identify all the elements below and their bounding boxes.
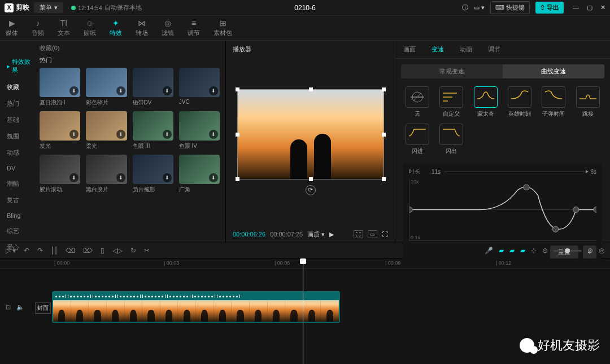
timeline[interactable]: | 00:00| 00:03| 00:06| 00:09| 00:12 ⊡ 🔈 …	[0, 258, 610, 364]
resize-handle[interactable]	[382, 177, 386, 181]
player-viewport[interactable]: ⟳	[226, 58, 395, 226]
snapshot-icon[interactable]: ⛶	[354, 230, 363, 238]
magnet-main-icon[interactable]: ▰	[499, 247, 504, 255]
curve-preset[interactable]: 闪出	[437, 124, 465, 155]
effect-item[interactable]: ⬇鱼眼 IV	[179, 111, 220, 150]
effect-item[interactable]: ⬇彩色碎片	[86, 68, 127, 107]
rotate-icon[interactable]: ⟳	[306, 185, 316, 195]
fx-category[interactable]: 热门	[0, 95, 40, 112]
effect-item[interactable]: ⬇胶片滚动	[40, 155, 80, 194]
ratio-icon[interactable]: ▭	[368, 230, 377, 238]
maximize-icon[interactable]: ▢	[587, 4, 592, 11]
download-icon[interactable]: ⬇	[163, 86, 172, 95]
mic-icon[interactable]: 🎤	[485, 247, 493, 255]
shortcuts-button[interactable]: ⌨ 快捷键	[490, 1, 530, 14]
split-icon[interactable]: ⎮⎮	[51, 247, 58, 255]
download-icon[interactable]: ⬇	[209, 130, 218, 139]
zoom-in-icon[interactable]: ⊕	[587, 247, 593, 255]
play-icon[interactable]: ▶	[329, 231, 334, 238]
download-icon[interactable]: ⬇	[116, 173, 125, 182]
download-icon[interactable]: ⬇	[116, 86, 125, 95]
effect-item[interactable]: ⬇JVC	[179, 68, 220, 107]
property-tab[interactable]: 调节	[480, 41, 508, 58]
asset-tab-0[interactable]: ▶媒体	[6, 19, 18, 37]
subtab-normal-speed[interactable]: 常规变速	[401, 64, 503, 78]
export-button[interactable]: ⇧ 导出	[535, 2, 564, 14]
menu-button[interactable]: 菜单 ▾	[34, 2, 63, 13]
download-icon[interactable]: ⬇	[69, 130, 79, 139]
playhead[interactable]	[303, 258, 303, 364]
undo-icon[interactable]: ↶	[24, 247, 29, 255]
effect-item[interactable]: ⬇黑白胶片	[86, 155, 127, 194]
resize-handle[interactable]	[236, 87, 239, 91]
asset-tab-4[interactable]: ✦特效	[110, 19, 122, 37]
asset-tab-6[interactable]: ◎滤镜	[162, 19, 174, 37]
property-tab[interactable]: 画面	[395, 41, 424, 58]
delete-left-icon[interactable]: ⌫	[66, 247, 75, 255]
effect-item[interactable]: ⬇负片拖影	[133, 155, 173, 194]
lock-track-icon[interactable]: ⊡	[6, 304, 11, 311]
curve-preset[interactable]: 子弹时间	[539, 86, 568, 118]
help-icon[interactable]: ⓘ	[462, 3, 468, 12]
download-icon[interactable]: ⬇	[69, 173, 79, 182]
fx-category[interactable]: Bling	[0, 208, 40, 223]
curve-preset[interactable]: 跳接	[574, 86, 602, 118]
asset-tab-5[interactable]: ⋈转场	[136, 19, 148, 37]
fx-category[interactable]: 动感	[0, 144, 40, 161]
effect-item[interactable]: ⬇夏日泡泡 I	[40, 68, 80, 107]
video-frame[interactable]	[237, 89, 384, 179]
curve-preset[interactable]: 蒙太奇	[472, 86, 500, 118]
fx-category[interactable]: 综艺	[0, 223, 40, 239]
magnet-icon[interactable]: ▰	[509, 247, 515, 255]
minimize-icon[interactable]: —	[573, 4, 579, 11]
selection-tool-icon[interactable]: ▷ ▾	[6, 247, 16, 255]
effect-item[interactable]: ⬇鱼眼 III	[133, 111, 173, 150]
effect-item[interactable]: ⬇柔光	[86, 111, 127, 150]
download-icon[interactable]: ⬇	[163, 130, 172, 139]
download-icon[interactable]: ⬇	[69, 86, 79, 95]
effect-item[interactable]: ⬇磁带DV	[133, 68, 173, 107]
curve-preset[interactable]: 无	[403, 86, 432, 118]
fx-category[interactable]: 氛围	[0, 128, 40, 144]
curve-preset[interactable]: 自定义	[437, 86, 465, 118]
subtab-curve-speed[interactable]: 曲线变速	[503, 64, 604, 78]
download-icon[interactable]: ⬇	[209, 86, 218, 95]
zoom-slider[interactable]	[554, 250, 582, 252]
property-tab[interactable]: 动画	[452, 41, 480, 58]
zoom-fit-icon[interactable]: ◎	[599, 247, 604, 255]
resize-handle[interactable]	[236, 177, 239, 181]
delete-right-icon[interactable]: ⌦	[83, 247, 93, 255]
close-icon[interactable]: ✕	[600, 4, 605, 11]
mute-track-icon[interactable]: 🔈	[16, 304, 24, 311]
effect-item[interactable]: ⬇发光	[40, 111, 80, 150]
resize-handle[interactable]	[382, 133, 386, 137]
cover-button[interactable]: 封面	[35, 302, 51, 314]
resize-handle[interactable]	[382, 87, 386, 91]
fx-category[interactable]: 收藏	[0, 79, 40, 95]
asset-tab-2[interactable]: TI文本	[58, 19, 70, 37]
resize-handle[interactable]	[309, 177, 313, 181]
resize-handle[interactable]	[309, 87, 313, 91]
download-icon[interactable]: ⬇	[163, 173, 172, 182]
fullscreen-icon[interactable]: ⛶	[382, 231, 388, 238]
fx-category[interactable]: 潮酷	[0, 176, 40, 192]
video-clip[interactable]	[52, 291, 340, 323]
effect-item[interactable]: ⬇广角	[179, 155, 220, 194]
redo-icon[interactable]: ↷	[37, 247, 43, 255]
curve-preset[interactable]: 英雄时刻	[506, 86, 534, 118]
resize-handle[interactable]	[236, 133, 239, 137]
layout-icon[interactable]: ▭ ▾	[474, 4, 485, 11]
curve-preset[interactable]: 闪进	[403, 124, 432, 155]
asset-tab-3[interactable]: ☺贴纸	[84, 19, 96, 37]
download-icon[interactable]: ⬇	[116, 130, 125, 139]
link-icon[interactable]: ▰	[520, 247, 525, 255]
fx-category[interactable]: DV	[0, 161, 40, 176]
asset-tab-7[interactable]: ≡调节	[188, 19, 200, 37]
mirror-icon[interactable]: ◁▷	[112, 247, 123, 255]
crop-icon[interactable]: ✂	[144, 247, 150, 255]
rotate-icon[interactable]: ↻	[130, 247, 136, 255]
download-icon[interactable]: ⬇	[209, 173, 218, 182]
property-tab[interactable]: 变速	[424, 41, 452, 58]
curve-graph[interactable]: 10x 0.1x	[409, 179, 596, 241]
delete-icon[interactable]: ▯	[101, 247, 104, 255]
